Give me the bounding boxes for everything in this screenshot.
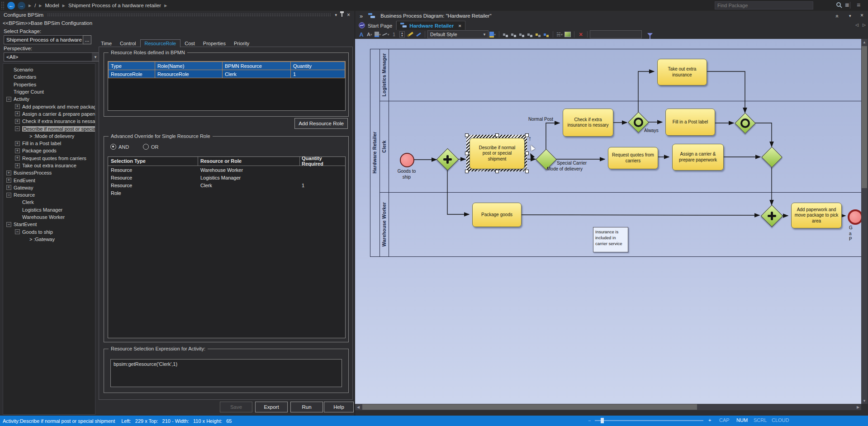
align-left-icon[interactable] xyxy=(502,31,509,38)
zoom-slider-track[interactable] xyxy=(595,420,703,421)
font-face-icon[interactable]: A xyxy=(358,31,365,38)
vertical-scroll-thumb[interactable] xyxy=(862,46,867,188)
tree-item[interactable]: Activity xyxy=(3,95,95,103)
expand-icon[interactable] xyxy=(15,119,20,124)
scroll-left-icon[interactable]: ◀ xyxy=(355,404,361,410)
tree-item[interactable]: Goods to ship xyxy=(3,228,95,236)
resource-roles-table[interactable]: Type Role(Name) BPMN Resource Quantity R… xyxy=(108,61,346,111)
tree-item[interactable]: Warehouse Worker xyxy=(3,213,95,221)
expand-icon[interactable] xyxy=(6,170,11,175)
perspective-dropdown[interactable]: <All> ▾ xyxy=(4,52,100,62)
help-button[interactable]: Help xyxy=(324,402,354,412)
tree-item[interactable]: Take out extra insurance xyxy=(3,162,95,169)
tree-item[interactable]: StartEvent xyxy=(3,221,95,228)
resize-handle[interactable] xyxy=(465,170,469,173)
zoom-slider-thumb[interactable] xyxy=(601,418,604,423)
tab-scroll-right-icon[interactable]: ▷ xyxy=(863,23,866,27)
style-combo[interactable]: Default Style ▾ xyxy=(427,30,489,38)
dock-menu-icon[interactable]: ▾ xyxy=(849,14,851,18)
tree-item[interactable]: Calendars xyxy=(3,73,95,80)
expand-icon[interactable] xyxy=(15,141,20,146)
note-insurance[interactable]: Insurance is included in carrier service xyxy=(593,227,628,252)
tree-item[interactable]: > :Mode of delievery xyxy=(3,133,95,140)
tab-start-page[interactable]: Start Page xyxy=(355,21,396,30)
table-row[interactable]: Resource Clerk 1 xyxy=(108,181,345,189)
tab-properties[interactable]: Properties xyxy=(199,40,230,47)
tree-item[interactable]: EndEvent xyxy=(3,176,95,184)
scroll-up-icon[interactable]: ▲ xyxy=(861,39,868,45)
fill-color-icon[interactable]: ▾ xyxy=(374,31,381,38)
activity-request-quotes[interactable]: Request quotes from carriers xyxy=(608,147,658,169)
tree-item[interactable]: Request quotes from carriers xyxy=(3,155,95,162)
tree-item[interactable]: Assign a carrier & prepare paperwork xyxy=(3,110,95,118)
align-top-icon[interactable] xyxy=(518,31,526,38)
tab-hardware-retailer[interactable]: Hardware Retailer × xyxy=(396,21,465,30)
tree-item[interactable]: Package goods xyxy=(3,147,95,154)
font-color-icon[interactable]: A▾ xyxy=(366,31,373,38)
tree-item[interactable]: > :Gateway xyxy=(3,236,95,243)
collapse-icon[interactable] xyxy=(15,126,20,131)
horizontal-scrollbar[interactable]: ◀ ▶ xyxy=(355,404,861,410)
scroll-right-icon[interactable]: ▶ xyxy=(855,404,861,410)
or-radio[interactable]: OR xyxy=(143,144,159,150)
expand-icon[interactable] xyxy=(15,163,20,168)
line-width-stepper[interactable]: ▲▼ xyxy=(398,31,406,38)
expression-textarea[interactable]: bpsim:getResource('Clerk',1) xyxy=(110,359,342,387)
activity-fill-post-label[interactable]: Fill in a Post label xyxy=(665,109,715,136)
paintbrush-icon[interactable] xyxy=(407,31,414,38)
browse-package-button[interactable]: ... xyxy=(83,35,91,44)
table-row[interactable]: Resource Logistics Manager xyxy=(108,174,345,181)
auto-layout-icon[interactable]: ☵▾ xyxy=(556,31,563,38)
collapse-icon[interactable] xyxy=(6,97,11,102)
expand-icon[interactable] xyxy=(15,156,20,161)
tree-item[interactable]: Resource xyxy=(3,191,95,199)
expand-icon[interactable] xyxy=(15,148,20,153)
resize-handle[interactable] xyxy=(525,170,529,173)
close-tab-icon[interactable]: × xyxy=(458,23,461,28)
close-icon[interactable]: × xyxy=(860,12,863,19)
close-icon[interactable]: × xyxy=(347,12,350,18)
end-event[interactable] xyxy=(848,209,861,225)
tree-item[interactable]: BusinessProcess xyxy=(3,169,95,176)
hamburger-menu-icon[interactable]: ≡ xyxy=(857,1,860,9)
table-row[interactable]: Role xyxy=(108,189,345,197)
find-package-input[interactable] xyxy=(715,1,813,9)
nav-back-button[interactable]: ← xyxy=(7,2,15,9)
same-width-icon[interactable] xyxy=(535,31,542,38)
tab-time[interactable]: Time xyxy=(97,40,116,47)
breadcrumb-package[interactable]: Shipment Process of a hardware retailer xyxy=(68,3,161,8)
breadcrumb-model[interactable]: Model xyxy=(45,3,59,8)
tree-item-selected[interactable]: Describe if normal post or special shipm… xyxy=(3,125,95,132)
align-right-icon[interactable] xyxy=(510,31,517,38)
nav-forward-button[interactable]: → xyxy=(18,2,25,9)
tree-item[interactable]: Scenario xyxy=(3,66,95,73)
table-row[interactable]: ResourceRole ResourceRole Clerk 1 xyxy=(108,70,345,78)
same-height-icon[interactable] xyxy=(543,31,550,38)
select-package-input[interactable]: Shipment Process of a hardware retailer xyxy=(4,35,86,44)
export-button[interactable]: Export xyxy=(255,402,288,412)
activity-describe-shipment[interactable]: Describe if normal post or special shipm… xyxy=(470,138,525,169)
expand-icon[interactable] xyxy=(6,185,11,190)
expand-icon[interactable] xyxy=(15,104,20,109)
horizontal-scroll-thumb[interactable] xyxy=(362,404,697,410)
vertical-scrollbar[interactable]: ▲ ▼ xyxy=(861,39,868,404)
line-color-icon[interactable]: ▾ xyxy=(382,31,389,38)
table-row[interactable]: Resource Warehouse Worker xyxy=(108,166,345,174)
tab-priority[interactable]: Priority xyxy=(230,40,253,47)
tree-item[interactable]: Check if extra insurance is nessary xyxy=(3,118,95,125)
panel-drag-texture[interactable] xyxy=(47,13,331,17)
override-table[interactable]: Selection Type Resource or Role Quantity… xyxy=(108,156,346,338)
zoom-in-icon[interactable]: + xyxy=(708,417,711,423)
start-event[interactable] xyxy=(400,153,414,167)
pencil-icon[interactable] xyxy=(415,31,422,38)
activity-add-paperwork[interactable]: Add paperwork and move package to pick a… xyxy=(791,203,842,228)
resize-handle[interactable] xyxy=(465,151,469,155)
grid-columns-icon[interactable]: ▦ xyxy=(845,2,849,7)
tree-item[interactable]: Properties xyxy=(3,81,95,88)
add-resource-role-button[interactable]: Add Resource Role xyxy=(294,118,348,129)
tree-item[interactable]: Logistics Manager xyxy=(3,206,95,213)
tree-item[interactable]: Gateway xyxy=(3,184,95,191)
double-chevron-right-icon[interactable]: » xyxy=(360,13,363,19)
resize-handle[interactable] xyxy=(465,133,469,137)
tab-cost[interactable]: Cost xyxy=(180,40,199,47)
